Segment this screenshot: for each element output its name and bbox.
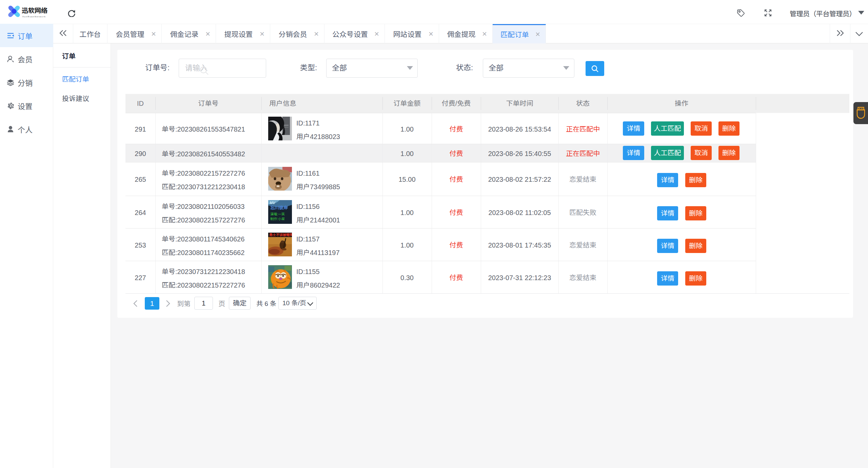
svg-text:MV: MV bbox=[270, 201, 276, 205]
svg-text:制作:小星: 制作:小星 bbox=[270, 217, 285, 221]
svg-text:演唱:一笑: 演唱:一笑 bbox=[270, 212, 285, 216]
svg-text:勇士不该被嘲笑: 勇士不该被嘲笑 bbox=[269, 233, 292, 237]
svg-text:忘川彼岸: 忘川彼岸 bbox=[270, 205, 288, 210]
